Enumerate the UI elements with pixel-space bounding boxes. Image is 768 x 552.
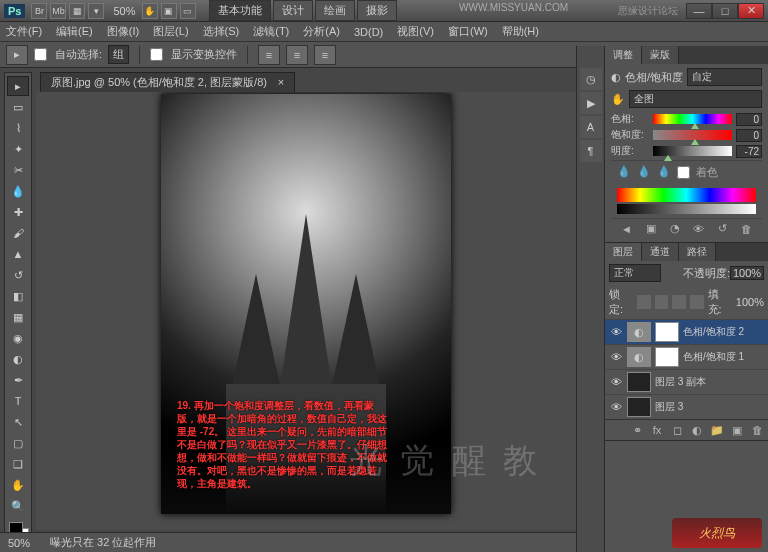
ws-tab-essentials[interactable]: 基本功能: [209, 0, 271, 21]
ws-tab-photo[interactable]: 摄影: [357, 0, 397, 21]
lock-trans-icon[interactable]: [637, 295, 651, 309]
opacity-value[interactable]: 100%: [730, 266, 764, 280]
3d-tool[interactable]: ❏: [7, 454, 29, 474]
dropper3-icon[interactable]: 💧: [657, 165, 671, 180]
menu-analysis[interactable]: 分析(A): [303, 24, 340, 39]
layer-row[interactable]: 👁 ◐ 色相/饱和度 2: [605, 319, 768, 344]
vis-icon[interactable]: 👁: [609, 376, 623, 388]
strip-actions-icon[interactable]: ▶: [580, 92, 602, 114]
lasso-tool[interactable]: ⌇: [7, 118, 29, 138]
layer-mask[interactable]: [655, 322, 679, 342]
layer-row[interactable]: 👁 图层 3: [605, 394, 768, 419]
lock-pix-icon[interactable]: [655, 295, 669, 309]
back-icon[interactable]: ◄: [621, 223, 632, 235]
lig-value[interactable]: -72: [736, 145, 762, 158]
mask-new-icon[interactable]: ◻: [670, 423, 684, 437]
mb-icon[interactable]: Mb: [50, 3, 66, 19]
shape-tool[interactable]: ▢: [7, 433, 29, 453]
screen-icon[interactable]: ▭: [180, 3, 196, 19]
menu-filter[interactable]: 滤镜(T): [253, 24, 289, 39]
layer-thumb[interactable]: [627, 397, 651, 417]
zoom-dd-icon[interactable]: ▾: [88, 3, 104, 19]
menu-image[interactable]: 图像(I): [107, 24, 139, 39]
menu-window[interactable]: 窗口(W): [448, 24, 488, 39]
sat-value[interactable]: 0: [736, 129, 762, 142]
bridge-icon[interactable]: Br: [31, 3, 47, 19]
menu-edit[interactable]: 编辑(E): [56, 24, 93, 39]
wand-tool[interactable]: ✦: [7, 139, 29, 159]
hue-value[interactable]: 0: [736, 113, 762, 126]
trash-icon[interactable]: 🗑: [741, 223, 752, 235]
lig-slider[interactable]: [653, 146, 732, 156]
menu-help[interactable]: 帮助(H): [502, 24, 539, 39]
channels-tab[interactable]: 通道: [642, 243, 679, 261]
history-tool[interactable]: ↺: [7, 265, 29, 285]
link-icon[interactable]: ⚭: [630, 423, 644, 437]
menu-layer[interactable]: 图层(L): [153, 24, 188, 39]
layers-tab[interactable]: 图层: [605, 243, 642, 261]
max-button[interactable]: □: [712, 3, 738, 19]
crop-tool[interactable]: ✂: [7, 160, 29, 180]
dodge-tool[interactable]: ◐: [7, 349, 29, 369]
marquee-tool[interactable]: ▭: [7, 97, 29, 117]
range-icon[interactable]: ✋: [611, 93, 625, 106]
dropper1-icon[interactable]: 💧: [617, 165, 631, 180]
close-doc-icon[interactable]: ×: [278, 76, 284, 88]
document-tab[interactable]: 原图.jpg @ 50% (色相/饱和度 2, 图层蒙版/8) ×: [40, 72, 295, 92]
preset-dd[interactable]: 自定: [687, 68, 762, 86]
lock-all-icon[interactable]: [690, 295, 704, 309]
vis-icon[interactable]: 👁: [609, 351, 623, 363]
hue-slider[interactable]: [653, 114, 732, 124]
heal-tool[interactable]: ✚: [7, 202, 29, 222]
gradient-tool[interactable]: ▦: [7, 307, 29, 327]
blur-tool[interactable]: ◉: [7, 328, 29, 348]
type-tool[interactable]: T: [7, 391, 29, 411]
hand-tool[interactable]: ✋: [7, 475, 29, 495]
auto-select-dd[interactable]: 组: [108, 45, 129, 64]
fx-icon[interactable]: fx: [650, 423, 664, 437]
layer-thumb[interactable]: [627, 372, 651, 392]
path-tool[interactable]: ↖: [7, 412, 29, 432]
brush-tool[interactable]: 🖌: [7, 223, 29, 243]
colorize-check[interactable]: [677, 165, 690, 180]
eraser-tool[interactable]: ◧: [7, 286, 29, 306]
dropper2-icon[interactable]: 💧: [637, 165, 651, 180]
min-button[interactable]: —: [686, 3, 712, 19]
layer-thumb[interactable]: ◐: [627, 322, 651, 342]
paths-tab[interactable]: 路径: [679, 243, 716, 261]
layer-thumb[interactable]: ◐: [627, 347, 651, 367]
strip-para-icon[interactable]: ¶: [580, 140, 602, 162]
arrange-icon[interactable]: ▣: [161, 3, 177, 19]
vis-icon[interactable]: 👁: [609, 326, 623, 338]
zoom-tool[interactable]: 🔍: [7, 496, 29, 516]
align-icon2[interactable]: ≡: [286, 45, 308, 65]
sat-slider[interactable]: [653, 130, 732, 140]
hand-icon[interactable]: ✋: [142, 3, 158, 19]
stamp-tool[interactable]: ▲: [7, 244, 29, 264]
adj-tab[interactable]: 调整: [605, 46, 642, 64]
layer-mask[interactable]: [655, 347, 679, 367]
zoom-pct[interactable]: 50%: [113, 5, 135, 17]
eye-icon[interactable]: 👁: [693, 223, 704, 235]
move-tool[interactable]: ▸: [7, 76, 29, 96]
mask-tab[interactable]: 蒙版: [642, 46, 679, 64]
view-icon[interactable]: ▦: [69, 3, 85, 19]
strip-char-icon[interactable]: A: [580, 116, 602, 138]
blend-mode-dd[interactable]: 正常: [609, 264, 661, 282]
align-icon[interactable]: ≡: [258, 45, 280, 65]
pen-tool[interactable]: ✒: [7, 370, 29, 390]
delete-icon[interactable]: 🗑: [750, 423, 764, 437]
strip-history-icon[interactable]: ◷: [580, 68, 602, 90]
expand-icon[interactable]: ▣: [646, 222, 656, 235]
menu-view[interactable]: 视图(V): [397, 24, 434, 39]
new-layer-icon[interactable]: ▣: [730, 423, 744, 437]
reset-icon[interactable]: ↺: [718, 222, 727, 235]
ws-tab-paint[interactable]: 绘画: [315, 0, 355, 21]
vis-icon[interactable]: 👁: [609, 401, 623, 413]
layer-row[interactable]: 👁 图层 3 副本: [605, 369, 768, 394]
move-tool-icon[interactable]: ▸: [6, 45, 28, 65]
transform-check[interactable]: [150, 48, 163, 61]
menu-file[interactable]: 文件(F): [6, 24, 42, 39]
status-zoom[interactable]: 50%: [8, 537, 30, 549]
close-button[interactable]: ✕: [738, 3, 764, 19]
